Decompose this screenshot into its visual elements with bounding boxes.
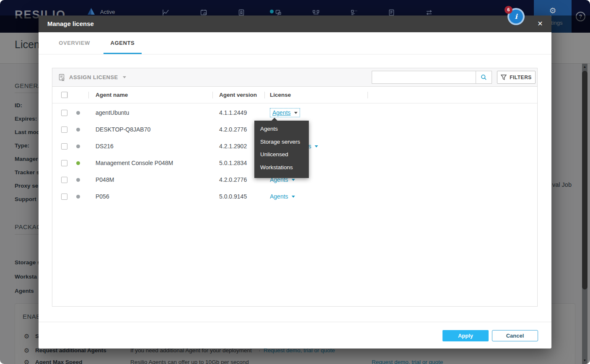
column-agent-name: Agent name xyxy=(88,92,212,98)
license-dropdown-trigger[interactable]: Agents xyxy=(270,108,300,117)
agents-panel: ASSIGN LICENSE FILTERS xyxy=(52,68,538,307)
menu-item-unlicensed[interactable]: Unlicensed xyxy=(254,148,309,161)
row-checkbox[interactable] xyxy=(61,194,67,200)
search-button[interactable] xyxy=(476,71,492,83)
agent-name: DESKTOP-Q8JAB70 xyxy=(88,126,212,133)
agent-status-dot xyxy=(76,128,80,132)
agent-name: DS216 xyxy=(88,143,212,150)
row-checkbox[interactable] xyxy=(61,143,67,150)
chevron-down-icon xyxy=(123,76,126,78)
agent-name: Management Console P048M xyxy=(88,160,212,166)
column-agent-version: Agent version xyxy=(212,92,264,98)
tab-overview[interactable]: OVERVIEW xyxy=(51,32,98,54)
chevron-down-icon xyxy=(294,112,298,114)
agent-version: 4.1.1.2449 xyxy=(212,109,264,116)
license-dropdown-menu: Agents Storage servers Unlicensed Workst… xyxy=(254,121,309,178)
divider xyxy=(39,322,551,322)
agent-status-dot xyxy=(76,195,80,199)
settings-gear-icon: ⚙ xyxy=(534,6,572,15)
chevron-down-icon xyxy=(292,179,295,181)
table-row[interactable]: agentUbuntu 4.1.1.2449 Agents xyxy=(52,104,537,121)
active-product-label[interactable]: Active xyxy=(100,9,115,15)
row-checkbox[interactable] xyxy=(61,177,67,183)
chevron-down-icon xyxy=(315,145,318,147)
apply-button[interactable]: Apply xyxy=(442,330,489,341)
tab-agents[interactable]: AGENTS xyxy=(104,32,142,54)
license-dropdown-trigger[interactable]: Agents xyxy=(270,193,295,200)
table-header: Agent name Agent version License xyxy=(52,87,537,103)
filters-button[interactable]: FILTERS xyxy=(497,71,536,84)
agent-version: 5.0.0.9145 xyxy=(212,193,264,200)
cancel-button[interactable]: Cancel xyxy=(492,330,538,341)
agents-toolbar: ASSIGN LICENSE FILTERS xyxy=(52,68,537,87)
close-icon[interactable]: ✕ xyxy=(532,15,548,32)
filter-funnel-icon xyxy=(501,75,507,80)
menu-item-workstations[interactable]: Workstations xyxy=(254,161,309,174)
agent-status-dot-online xyxy=(76,161,80,165)
search-input[interactable] xyxy=(372,71,476,83)
agent-name: P048M xyxy=(88,176,212,183)
filters-label: FILTERS xyxy=(510,75,532,80)
row-checkbox[interactable] xyxy=(61,126,67,133)
menu-item-storage-servers[interactable]: Storage servers xyxy=(254,136,309,149)
row-checkbox[interactable] xyxy=(61,160,67,166)
select-all-checkbox[interactable] xyxy=(61,92,67,98)
search-box xyxy=(372,71,492,84)
search-icon xyxy=(481,74,487,80)
notification-badge: 6 xyxy=(505,6,512,14)
menu-item-agents[interactable]: Agents xyxy=(254,123,309,136)
agent-name: P056 xyxy=(88,193,212,200)
assign-license-label: ASSIGN LICENSE xyxy=(69,74,118,80)
app-window: RESILIO Active ⚙ Settings ? Lic xyxy=(0,0,590,364)
agent-status-dot xyxy=(76,111,80,115)
agent-name: agentUbuntu xyxy=(88,109,212,116)
agent-status-dot xyxy=(76,145,80,148)
table-row[interactable]: P056 5.0.0.9145 Agents xyxy=(52,188,537,205)
manage-license-modal: Manage license ✕ OVERVIEW AGENTS ASSIGN … xyxy=(39,15,551,349)
agents-notification-dot xyxy=(270,10,274,13)
modal-tabs: OVERVIEW AGENTS xyxy=(39,32,551,54)
chevron-down-icon xyxy=(292,196,295,198)
assign-license-icon xyxy=(58,74,65,81)
modal-header: Manage license ✕ xyxy=(39,15,551,32)
agent-status-dot xyxy=(76,178,80,182)
modal-title: Manage license xyxy=(47,15,94,32)
row-checkbox[interactable] xyxy=(61,110,67,116)
column-license: License xyxy=(264,92,367,98)
assign-license-button[interactable]: ASSIGN LICENSE xyxy=(58,68,126,86)
active-product-icon xyxy=(87,7,96,15)
